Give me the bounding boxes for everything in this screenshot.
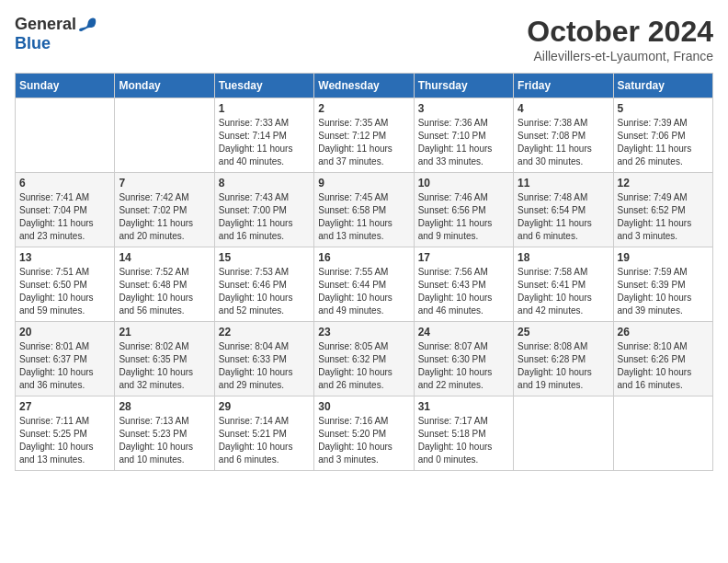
- logo-blue-text: Blue: [15, 34, 51, 53]
- location-text: Aillevillers-et-Lyaumont, France: [527, 49, 713, 63]
- day-info: Sunrise: 7:17 AM Sunset: 5:18 PM Dayligh…: [418, 415, 509, 466]
- day-info: Sunrise: 7:56 AM Sunset: 6:43 PM Dayligh…: [418, 266, 509, 317]
- logo-general-text: General: [15, 15, 76, 34]
- day-number: 9: [318, 177, 409, 190]
- day-info: Sunrise: 7:35 AM Sunset: 7:12 PM Dayligh…: [318, 117, 409, 168]
- day-number: 22: [219, 326, 310, 339]
- day-info: Sunrise: 7:53 AM Sunset: 6:46 PM Dayligh…: [219, 266, 310, 317]
- calendar-cell: 29Sunrise: 7:14 AM Sunset: 5:21 PM Dayli…: [214, 396, 313, 471]
- calendar-week-row: 13Sunrise: 7:51 AM Sunset: 6:50 PM Dayli…: [16, 247, 713, 322]
- day-info: Sunrise: 8:07 AM Sunset: 6:30 PM Dayligh…: [418, 340, 509, 392]
- calendar-cell: 5Sunrise: 7:39 AM Sunset: 7:06 PM Daylig…: [613, 98, 712, 173]
- calendar-cell: 13Sunrise: 7:51 AM Sunset: 6:50 PM Dayli…: [16, 247, 115, 322]
- calendar-cell: 2Sunrise: 7:35 AM Sunset: 7:12 PM Daylig…: [314, 98, 414, 173]
- day-number: 30: [318, 400, 409, 413]
- day-of-week-header: Wednesday: [314, 74, 414, 98]
- day-of-week-header: Friday: [514, 74, 613, 98]
- calendar-cell: 21Sunrise: 8:02 AM Sunset: 6:35 PM Dayli…: [115, 322, 214, 396]
- calendar-week-row: 1Sunrise: 7:33 AM Sunset: 7:14 PM Daylig…: [16, 98, 713, 173]
- day-of-week-header: Saturday: [613, 74, 712, 98]
- day-number: 28: [119, 400, 210, 413]
- day-of-week-header: Sunday: [16, 74, 115, 98]
- day-of-week-header: Thursday: [414, 74, 513, 98]
- day-number: 27: [19, 400, 110, 413]
- day-number: 7: [119, 177, 210, 190]
- month-title: October 2024: [527, 15, 713, 49]
- calendar-cell: 16Sunrise: 7:55 AM Sunset: 6:44 PM Dayli…: [314, 247, 414, 322]
- day-info: Sunrise: 7:33 AM Sunset: 7:14 PM Dayligh…: [219, 117, 310, 168]
- calendar-cell: [613, 396, 712, 471]
- day-number: 29: [219, 400, 310, 413]
- day-number: 18: [518, 251, 609, 264]
- day-number: 5: [618, 102, 709, 115]
- day-number: 2: [318, 102, 409, 115]
- day-number: 21: [119, 326, 210, 339]
- day-number: 12: [618, 177, 709, 190]
- calendar-cell: 10Sunrise: 7:46 AM Sunset: 6:56 PM Dayli…: [414, 173, 513, 247]
- day-of-week-header: Monday: [115, 74, 214, 98]
- day-info: Sunrise: 8:05 AM Sunset: 6:32 PM Dayligh…: [318, 340, 409, 392]
- day-info: Sunrise: 8:04 AM Sunset: 6:33 PM Dayligh…: [219, 340, 310, 392]
- day-info: Sunrise: 7:43 AM Sunset: 7:00 PM Dayligh…: [219, 191, 310, 243]
- day-info: Sunrise: 8:02 AM Sunset: 6:35 PM Dayligh…: [119, 340, 210, 392]
- day-info: Sunrise: 8:01 AM Sunset: 6:37 PM Dayligh…: [19, 340, 110, 392]
- logo-bird-icon: [78, 16, 97, 34]
- day-info: Sunrise: 7:39 AM Sunset: 7:06 PM Dayligh…: [618, 117, 709, 168]
- calendar-cell: 23Sunrise: 8:05 AM Sunset: 6:32 PM Dayli…: [314, 322, 414, 396]
- calendar-cell: 31Sunrise: 7:17 AM Sunset: 5:18 PM Dayli…: [414, 396, 513, 471]
- calendar-week-row: 6Sunrise: 7:41 AM Sunset: 7:04 PM Daylig…: [16, 173, 713, 247]
- calendar-cell: 8Sunrise: 7:43 AM Sunset: 7:00 PM Daylig…: [214, 173, 313, 247]
- day-info: Sunrise: 7:59 AM Sunset: 6:39 PM Dayligh…: [618, 266, 709, 317]
- day-info: Sunrise: 7:13 AM Sunset: 5:23 PM Dayligh…: [119, 415, 210, 466]
- day-number: 13: [19, 251, 110, 264]
- day-number: 24: [418, 326, 509, 339]
- day-info: Sunrise: 7:45 AM Sunset: 6:58 PM Dayligh…: [318, 191, 409, 243]
- calendar-cell: 28Sunrise: 7:13 AM Sunset: 5:23 PM Dayli…: [115, 396, 214, 471]
- day-number: 26: [618, 326, 709, 339]
- day-number: 8: [219, 177, 310, 190]
- calendar-cell: 24Sunrise: 8:07 AM Sunset: 6:30 PM Dayli…: [414, 322, 513, 396]
- calendar-cell: 6Sunrise: 7:41 AM Sunset: 7:04 PM Daylig…: [16, 173, 115, 247]
- title-section: October 2024 Aillevillers-et-Lyaumont, F…: [527, 15, 713, 63]
- day-info: Sunrise: 7:55 AM Sunset: 6:44 PM Dayligh…: [318, 266, 409, 317]
- logo: General Blue: [15, 15, 97, 53]
- calendar-cell: 14Sunrise: 7:52 AM Sunset: 6:48 PM Dayli…: [115, 247, 214, 322]
- calendar-header-row: SundayMondayTuesdayWednesdayThursdayFrid…: [16, 74, 713, 98]
- day-number: 1: [219, 102, 310, 115]
- page-header: General Blue October 2024 Aillevillers-e…: [15, 15, 713, 63]
- day-number: 4: [518, 102, 609, 115]
- day-number: 6: [19, 177, 110, 190]
- day-info: Sunrise: 7:16 AM Sunset: 5:20 PM Dayligh…: [318, 415, 409, 466]
- calendar-week-row: 20Sunrise: 8:01 AM Sunset: 6:37 PM Dayli…: [16, 322, 713, 396]
- day-info: Sunrise: 7:49 AM Sunset: 6:52 PM Dayligh…: [618, 191, 709, 243]
- calendar-week-row: 27Sunrise: 7:11 AM Sunset: 5:25 PM Dayli…: [16, 396, 713, 471]
- day-number: 31: [418, 400, 509, 413]
- day-info: Sunrise: 8:10 AM Sunset: 6:26 PM Dayligh…: [618, 340, 709, 392]
- day-info: Sunrise: 7:14 AM Sunset: 5:21 PM Dayligh…: [219, 415, 310, 466]
- calendar-cell: 12Sunrise: 7:49 AM Sunset: 6:52 PM Dayli…: [613, 173, 712, 247]
- calendar-cell: 1Sunrise: 7:33 AM Sunset: 7:14 PM Daylig…: [214, 98, 313, 173]
- day-info: Sunrise: 7:51 AM Sunset: 6:50 PM Dayligh…: [19, 266, 110, 317]
- day-of-week-header: Tuesday: [214, 74, 313, 98]
- day-info: Sunrise: 7:52 AM Sunset: 6:48 PM Dayligh…: [119, 266, 210, 317]
- day-number: 17: [418, 251, 509, 264]
- calendar-cell: 30Sunrise: 7:16 AM Sunset: 5:20 PM Dayli…: [314, 396, 414, 471]
- calendar-cell: 15Sunrise: 7:53 AM Sunset: 6:46 PM Dayli…: [214, 247, 313, 322]
- calendar-cell: [514, 396, 613, 471]
- day-info: Sunrise: 7:58 AM Sunset: 6:41 PM Dayligh…: [518, 266, 609, 317]
- calendar-cell: 25Sunrise: 8:08 AM Sunset: 6:28 PM Dayli…: [514, 322, 613, 396]
- day-number: 20: [19, 326, 110, 339]
- day-info: Sunrise: 7:38 AM Sunset: 7:08 PM Dayligh…: [518, 117, 609, 168]
- calendar-cell: 4Sunrise: 7:38 AM Sunset: 7:08 PM Daylig…: [514, 98, 613, 173]
- calendar-cell: 22Sunrise: 8:04 AM Sunset: 6:33 PM Dayli…: [214, 322, 313, 396]
- calendar-cell: 27Sunrise: 7:11 AM Sunset: 5:25 PM Dayli…: [16, 396, 115, 471]
- calendar-cell: 17Sunrise: 7:56 AM Sunset: 6:43 PM Dayli…: [414, 247, 513, 322]
- day-info: Sunrise: 7:11 AM Sunset: 5:25 PM Dayligh…: [19, 415, 110, 466]
- day-info: Sunrise: 7:42 AM Sunset: 7:02 PM Dayligh…: [119, 191, 210, 243]
- day-number: 14: [119, 251, 210, 264]
- day-number: 16: [318, 251, 409, 264]
- calendar-cell: [115, 98, 214, 173]
- calendar-cell: 18Sunrise: 7:58 AM Sunset: 6:41 PM Dayli…: [514, 247, 613, 322]
- calendar-table: SundayMondayTuesdayWednesdayThursdayFrid…: [15, 73, 713, 471]
- calendar-cell: 19Sunrise: 7:59 AM Sunset: 6:39 PM Dayli…: [613, 247, 712, 322]
